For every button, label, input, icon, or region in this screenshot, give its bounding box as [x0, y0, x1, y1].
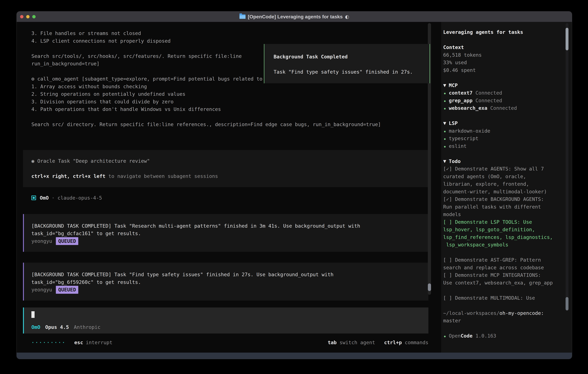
toast-notification[interactable]: Background Task Completed Task "Find typ… — [264, 44, 430, 83]
todo-scrollbar-thumb[interactable] — [566, 297, 568, 310]
hint-keys: ctrl+x right, ctrl+x left — [32, 173, 105, 179]
author-label: yeongyu — [32, 237, 52, 245]
text-cursor — [32, 311, 35, 318]
subagent-nav-hint: ctrl+x right, ctrl+x left to navigate be… — [23, 172, 428, 180]
terminal-window: [OpenCode] Leveraging agents for tasks ◐… — [17, 11, 572, 359]
mcp-item: grep_app Connected — [443, 97, 572, 104]
workspace-path: ~/local-workspaces/ — [443, 310, 499, 316]
chevron-down-icon: ▼ — [443, 157, 446, 165]
task-message-line: [BACKGROUND TASK COMPLETED] Task "Resear… — [24, 222, 428, 230]
status-dot-icon — [444, 131, 446, 132]
window-footer-strip — [17, 353, 572, 359]
workspace-info: ~/local-workspaces/oh-my-opencode: maste… — [443, 309, 572, 324]
product-name-prefix: Open — [449, 333, 461, 339]
active-model-label: Opus 4.5 — [45, 324, 69, 330]
zoom-button[interactable] — [32, 15, 36, 18]
sidebar-scrollbar[interactable] — [566, 23, 568, 311]
tool-call-item: 4. Path operations that don't handle Win… — [23, 105, 441, 113]
lsp-section-header[interactable]: ▼LSP — [443, 119, 572, 127]
todo-item: [✓] Demonstrate BACKGROUND AGENTS: Run p… — [443, 195, 572, 218]
input-meta: OmO Opus 4.5 Anthropic — [32, 324, 100, 330]
status-left: ········· esc interrupt — [32, 339, 112, 346]
record-icon: ◉ — [32, 158, 37, 164]
tool-call-item: 1. Array access without bounds checking — [23, 83, 441, 90]
key-ctrlp: ctrl+p — [384, 339, 402, 346]
minimize-button[interactable] — [26, 15, 30, 18]
terminal-line — [23, 128, 441, 136]
toast-title: Background Task Completed — [273, 53, 430, 61]
window-controls — [20, 11, 36, 22]
key-tab: tab — [328, 339, 336, 346]
context-spent: $0.46 spent — [443, 66, 572, 74]
context-header: Context — [443, 43, 572, 51]
hint-text: to navigate between subagent sessions — [105, 173, 218, 179]
chat-pane: 3. File handles or streams not closed 4.… — [17, 22, 441, 353]
workspace-repo: oh-my-opencode: — [499, 310, 544, 316]
active-agent-label: OmO — [32, 324, 40, 330]
agent-name: OmO — [40, 194, 49, 202]
separator: · — [49, 194, 57, 202]
chevron-down-icon: ▼ — [443, 82, 446, 89]
mcp-item: websearch_exa Connected — [443, 104, 572, 112]
window-titlebar[interactable]: [OpenCode] Leveraging agents for tasks ◐ — [17, 11, 572, 22]
ctrlp-action-label: commands — [405, 339, 428, 346]
product-name-suffix: Code — [461, 333, 472, 339]
oracle-task-line: ◉ Oracle Task "Deep architecture review" — [23, 157, 428, 165]
terminal-line — [23, 113, 441, 121]
gear-icon: ⚙ — [32, 76, 37, 82]
status-badge: QUEUED — [56, 286, 78, 294]
task-message: [BACKGROUND TASK COMPLETED] Task "Find t… — [23, 263, 428, 301]
window-title: [OpenCode] Leveraging agents for tasks ◐ — [240, 14, 349, 20]
version-number: 1.0.163 — [472, 333, 496, 339]
folder-icon — [240, 14, 246, 19]
tab-action-label: switch agent — [340, 339, 375, 346]
author-label: yeongyu — [32, 286, 52, 294]
oracle-task-panel: ◉ Oracle Task "Deep architecture review"… — [23, 150, 428, 187]
esc-action-label: interrupt — [86, 339, 112, 346]
status-bar: ········· esc interrupt tab switch agent… — [23, 339, 428, 346]
todo-item: [ ] Demonstrate AST-GREP: Pattern search… — [443, 256, 572, 271]
oracle-task-title: Oracle Task "Deep architecture review" — [37, 158, 150, 164]
lsp-item: eslint — [443, 142, 572, 150]
context-used: 33% used — [443, 59, 572, 66]
todo-section-header[interactable]: ▼Todo — [443, 157, 572, 165]
status-dot-icon — [444, 138, 446, 140]
terminal-line: 3. File handles or streams not closed — [23, 30, 441, 37]
prompt-input[interactable]: OmO Opus 4.5 Anthropic — [23, 307, 428, 333]
mcp-section-header[interactable]: ▼MCP — [443, 82, 572, 89]
half-circle-icon: ◐ — [345, 14, 349, 20]
status-right: tab switch agent ctrl+p commands — [328, 339, 428, 346]
mcp-item: context7 Connected — [443, 89, 572, 97]
terminal-line — [23, 136, 441, 144]
status-dot-icon — [444, 336, 446, 337]
task-message-meta: yeongyu QUEUED — [24, 237, 428, 245]
status-badge: QUEUED — [56, 237, 78, 245]
chat-scrollbar-thumb[interactable] — [428, 283, 431, 291]
tool-call-item: 2. String operations on potentially unde… — [23, 90, 441, 98]
provider-label: Anthropic — [74, 324, 100, 330]
tool-call-tail: Search src/ directory. Return specific f… — [23, 121, 441, 128]
toast-body: Task "Find type safety issues" finished … — [273, 68, 430, 76]
close-button[interactable] — [20, 15, 23, 18]
lsp-item: markdown-oxide — [443, 127, 572, 135]
task-message: [BACKGROUND TASK COMPLETED] Task "Resear… — [23, 214, 428, 252]
todo-item: [ ] Demonstrate MCP INTEGRATIONS: Use co… — [443, 271, 572, 287]
status-dot-icon — [444, 108, 446, 109]
agent-header: OmO · claude-opus-4-5 — [23, 194, 441, 202]
task-message-line: [BACKGROUND TASK COMPLETED] Task "Find t… — [24, 271, 428, 278]
spinner-dots: ········· — [32, 339, 66, 346]
task-message-line: task_id="bg_dcfac161" to get results. — [24, 230, 428, 237]
tool-call-item: 3. Division operations that could divide… — [23, 98, 441, 105]
todo-item: [✓] Demonstrate AGENTS: Show all 7 curat… — [443, 165, 572, 195]
sidebar: Leveraging agents for tasks Context 66,5… — [441, 22, 572, 353]
status-dot-icon — [444, 146, 446, 147]
task-message-meta: yeongyu QUEUED — [24, 286, 428, 294]
status-dot-icon — [444, 93, 446, 94]
terminal-line: 4. LSP client connections not properly d… — [23, 37, 441, 45]
workspace-branch: master — [443, 317, 572, 324]
chevron-down-icon: ▼ — [443, 119, 446, 127]
key-esc: esc — [74, 339, 83, 346]
lsp-item: typescript — [443, 135, 572, 142]
todo-item: [ ] Demonstrate LSP TOOLS: Use lsp_hover… — [443, 218, 572, 249]
sidebar-scrollbar-thumb[interactable] — [566, 28, 568, 50]
